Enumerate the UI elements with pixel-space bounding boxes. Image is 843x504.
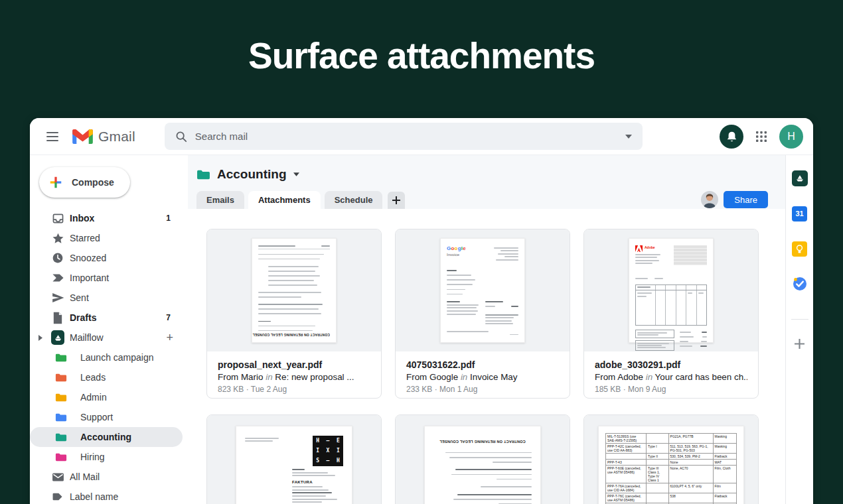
add-tab-button[interactable] (388, 192, 405, 209)
hamburger-icon (46, 132, 58, 141)
label-title: Accounting (217, 167, 287, 182)
gmail-m-icon (72, 129, 93, 144)
sidebar-item-sent[interactable]: Sent (30, 288, 188, 308)
faktura-document-preview: H—EIXIS—H FAKTURA (236, 426, 352, 504)
share-button[interactable]: Share (724, 191, 768, 208)
rail-mailflow-button[interactable] (791, 169, 809, 188)
meish-logo: H—EIXIS—H (313, 436, 343, 466)
right-rail: 31 (785, 155, 813, 504)
notification-bell-button[interactable] (720, 125, 743, 149)
search-bar[interactable] (165, 123, 643, 150)
adobe-logo-icon (635, 245, 643, 252)
folder-icon (55, 373, 67, 383)
search-options-caret-icon[interactable] (625, 135, 632, 139)
attachment-thumbnail: CONTRACT ON RETAINING LEGAL COUNSEL (207, 229, 381, 351)
google-invoice-preview: Google Invoice (440, 238, 525, 343)
add-sublabel-icon[interactable]: + (166, 332, 188, 344)
invoice-line-items-table (635, 284, 707, 326)
user-avatar[interactable]: H (779, 125, 803, 149)
attachment-meta: 185 KB · Mon 9 Aug (595, 385, 747, 394)
flipped-contract-preview: CONTRACT ON RETAINING LEGAL COUNSEL (424, 426, 541, 504)
attachment-from-line: From Adobe in Your card has been ch... (595, 372, 747, 382)
keep-icon (792, 241, 807, 257)
folder-icon (55, 393, 67, 403)
mailflow-boat-icon (51, 330, 64, 345)
spec-table-preview: MIL-T-5139SS (use SAE-AMS-T-21595)PG21A,… (598, 426, 744, 504)
rail-add-button[interactable] (791, 334, 809, 353)
folder-icon (55, 432, 67, 442)
sidebar-label-hiring[interactable]: Hiring (30, 447, 188, 467)
attachment-filename: 4075031622.pdf (406, 359, 559, 370)
sidebar-item-important[interactable]: Important (30, 268, 188, 288)
attachment-filename: adobe_3030291.pdf (595, 359, 747, 370)
apps-grid-button[interactable] (749, 125, 773, 149)
header-actions: H (720, 125, 803, 149)
sidebar-item-mailflow[interactable]: Mailflow + (30, 328, 188, 347)
compose-button[interactable]: Compose (39, 167, 130, 198)
gmail-header: Gmail H (30, 118, 813, 155)
rail-calendar-button[interactable]: 31 (791, 204, 809, 223)
invoice-info-box (674, 245, 707, 265)
important-marker-icon (51, 273, 64, 283)
expander-caret-icon[interactable] (38, 332, 42, 343)
folder-icon (55, 452, 67, 462)
rail-keep-button[interactable] (791, 239, 809, 258)
search-input[interactable] (195, 131, 617, 142)
attachment-card-contract-flipped[interactable]: CONTRACT ON RETAINING LEGAL COUNSEL (395, 414, 570, 504)
sidebar-label-admin[interactable]: Admin (30, 387, 188, 407)
attachment-card-faktura[interactable]: H—EIXIS—H FAKTURA (206, 414, 382, 504)
label-title-row[interactable]: Accounting (196, 167, 768, 182)
label-tag-icon (51, 492, 64, 501)
sidebar-label-leads[interactable]: Leads (30, 367, 188, 387)
attachment-card-spec-table[interactable]: MIL-T-5139SS (use SAE-AMS-T-21595)PG21A,… (583, 414, 759, 504)
main-panel: Accounting Emails Attachments Schedule (188, 155, 785, 504)
inbox-icon (51, 212, 64, 225)
send-icon (51, 292, 64, 303)
contract-title-flipped: CONTRACT ON RETAINING LEGAL COUNSEL (433, 440, 532, 444)
tab-bar: Emails Attachments Schedule Share (196, 191, 768, 209)
attachment-card-adobe-invoice[interactable]: Adobe (583, 229, 759, 399)
attachment-thumbnail: MIL-T-5139SS (use SAE-AMS-T-21595)PG21A,… (584, 415, 758, 504)
attachment-card-google-invoice[interactable]: Google Invoice (395, 229, 570, 399)
adobe-logo-label: Adobe (645, 245, 655, 249)
search-icon (175, 131, 187, 143)
user-avatar-initial: H (787, 131, 795, 143)
sidebar-item-snoozed[interactable]: Snoozed (30, 248, 188, 268)
google-invoice-subtitle: Invoice (447, 253, 466, 257)
sidebar-label-support[interactable]: Support (30, 407, 188, 427)
sidebar-item-all-mail[interactable]: All Mail (30, 467, 188, 487)
mailflow-boat-icon (792, 170, 808, 186)
inbox-count: 1 (166, 214, 188, 223)
attachment-thumbnail: Google Invoice (396, 229, 570, 351)
sidebar-label-launch-campaign[interactable]: Launch campaign (30, 347, 188, 367)
tab-attachments[interactable]: Attachments (248, 191, 321, 209)
gmail-logo: Gmail (72, 129, 135, 145)
plus-icon (392, 196, 400, 204)
folder-icon (55, 353, 67, 363)
tab-emails[interactable]: Emails (196, 191, 244, 209)
drafts-count: 7 (166, 313, 188, 322)
sidebar-label-accounting[interactable]: Accounting (30, 427, 183, 447)
tasks-icon (792, 276, 808, 292)
adobe-invoice-preview: Adobe (629, 238, 714, 343)
sidebar-item-starred[interactable]: Starred (30, 228, 188, 248)
calendar-icon: 31 (792, 206, 807, 221)
attachment-from-line: From Mario in Re: new proposal ... (218, 372, 370, 382)
compose-label: Compose (72, 177, 114, 188)
attachment-card-proposal[interactable]: CONTRACT ON RETAINING LEGAL COUNSEL prop… (206, 229, 382, 399)
compose-plus-icon (48, 175, 63, 190)
label-menu-caret-icon[interactable] (293, 172, 299, 176)
sidebar-item-label-name[interactable]: Label name (30, 487, 188, 504)
tab-schedule[interactable]: Schedule (325, 191, 383, 209)
rail-tasks-button[interactable] (791, 275, 809, 293)
gmail-window: Gmail H (30, 118, 813, 504)
sidebar-item-drafts[interactable]: Drafts 7 (30, 308, 188, 328)
hamburger-menu-button[interactable] (39, 123, 66, 150)
contract-title-flipped: CONTRACT ON RETAINING LEGAL COUNSEL (258, 333, 330, 337)
sidebar-item-inbox[interactable]: Inbox 1 (30, 208, 188, 228)
rail-divider (791, 319, 808, 320)
page-title: Surface attachments (0, 34, 843, 77)
faktura-title: FAKTURA (292, 480, 343, 484)
collaborator-avatar[interactable] (701, 191, 718, 208)
spec-table: MIL-T-5139SS (use SAE-AMS-T-21595)PG21A,… (605, 433, 737, 504)
